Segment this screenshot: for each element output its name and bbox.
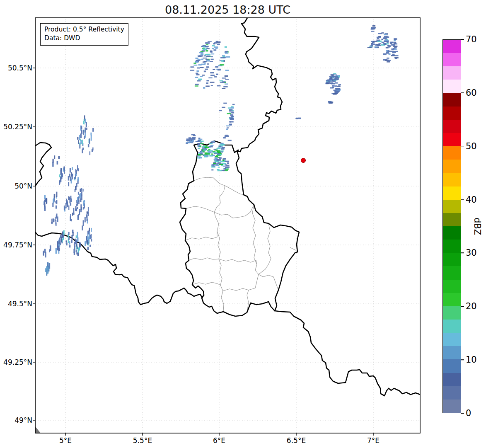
y-tick-label-5: 49.25°N — [3, 358, 32, 366]
colorbar-segment — [443, 346, 461, 359]
echo-patch-right-upper-a — [325, 73, 340, 84]
colorbar-segment — [443, 293, 461, 306]
colorbar-tick-mark — [461, 253, 464, 254]
axes-frame — [35, 18, 420, 433]
echo-patch-west-streak-1 — [77, 115, 94, 155]
echo-patch-top-right-a — [371, 25, 376, 32]
x-tick-label-2: 6°E — [213, 436, 225, 445]
colorbar-segment — [443, 40, 461, 53]
colorbar-tick-label-60: 60 — [466, 87, 477, 97]
colorbar-segment — [443, 160, 461, 173]
echo-patch-lux-north-green — [197, 140, 225, 159]
radar-echoes — [43, 25, 399, 276]
colorbar — [442, 39, 461, 413]
colorbar-segment — [443, 240, 461, 253]
colorbar-tick-mark — [461, 92, 464, 93]
colorbar-segment — [443, 200, 461, 213]
echo-patch-west-dash — [51, 213, 58, 226]
echo-patch-west-blob — [44, 192, 57, 211]
colorbar-segment — [443, 80, 461, 93]
colorbar-segment — [443, 280, 461, 293]
colorbar-tick-mark — [461, 146, 464, 147]
colorbar-segment — [443, 133, 461, 146]
echo-patch-west-thin — [52, 155, 60, 167]
colorbar-segment — [443, 253, 461, 266]
echo-patch-sw-tiny — [43, 245, 51, 257]
colorbar-tick-label-30: 30 — [466, 248, 477, 258]
colorbar-tick-label-70: 70 — [466, 34, 477, 44]
echo-patch-top-right-d — [383, 48, 399, 59]
colorbar-segment — [443, 173, 461, 186]
colorbar-segment — [443, 359, 461, 373]
colorbar-segment — [443, 107, 461, 120]
echo-patch-west-mid-1 — [59, 165, 79, 192]
colorbar-segment — [443, 266, 461, 279]
colorbar-segment — [443, 386, 461, 400]
colorbar-tick-label-10: 10 — [466, 355, 477, 365]
y-tick-label-2: 50°N — [15, 182, 32, 190]
page-title: 08.11.2025 18:28 UTC — [35, 3, 420, 16]
echo-patch-border-cluster — [56, 228, 92, 256]
colorbar-segment — [443, 146, 461, 160]
x-tick-label-0: 5°E — [59, 436, 72, 445]
colorbar-segment — [443, 93, 461, 107]
echo-patch-tiny-east — [295, 118, 301, 119]
y-tick-label-0: 50.5°N — [8, 64, 32, 72]
x-tick-label-3: 6.5°E — [287, 436, 306, 445]
x-tick-label-4: 7°E — [367, 436, 380, 445]
colorbar-segment — [443, 66, 461, 80]
echo-patch-lux-north-green2 — [211, 157, 230, 171]
colorbar-tick-label-40: 40 — [466, 194, 477, 204]
map-canvas — [0, 0, 498, 448]
colorbar-tick-mark — [461, 39, 464, 40]
colorbar-unit-label: dBZ — [472, 218, 482, 235]
colorbar-segment — [443, 306, 461, 320]
y-tick-label-3: 49.75°N — [3, 241, 32, 249]
colorbar-tick-mark — [461, 413, 464, 414]
echo-patch-west-diag — [70, 204, 89, 230]
colorbar-segment — [443, 186, 461, 200]
radar-site-marker — [301, 158, 306, 163]
x-tick-label-1: 5.5°E — [133, 436, 152, 445]
y-tick-label-4: 49.5°N — [8, 300, 32, 308]
colorbar-segment — [443, 373, 461, 386]
echo-patch-top-right-c — [383, 38, 397, 49]
echo-patch-north-specks — [223, 135, 232, 141]
colorbar-tick-mark — [461, 199, 464, 200]
echo-patch-north-large — [190, 41, 230, 89]
colorbar-segment — [443, 320, 461, 333]
colorbar-segment — [443, 120, 461, 133]
echo-patch-top-right-e — [383, 58, 391, 63]
echo-patch-sw-diag-streak — [45, 262, 50, 276]
colorbar-tick-label-50: 50 — [466, 141, 477, 151]
country-borders — [35, 18, 420, 396]
colorbar-segment — [443, 53, 461, 66]
product-info-box: Product: 0.5° Reflectivity Data: DWD — [40, 23, 128, 46]
colorbar-segment — [443, 333, 461, 346]
echo-patch-right-upper-b — [330, 84, 341, 95]
colorbar-segment — [443, 400, 461, 413]
scan-domain-corner-wedge — [35, 426, 41, 433]
graticule-gridlines — [35, 18, 420, 433]
colorbar-segment — [443, 213, 461, 226]
y-tick-label-6: 49°N — [15, 416, 32, 424]
product-info-line1: Product: 0.5° Reflectivity — [44, 25, 124, 34]
echo-patch-right-upper-dash — [328, 101, 333, 104]
colorbar-tick-label-20: 20 — [466, 301, 477, 311]
colorbar-tick-label-0: 0 — [466, 408, 471, 418]
weather-radar-figure: 08.11.2025 18:28 UTC Product: 0.5° Refle… — [0, 0, 498, 448]
colorbar-segment — [443, 226, 461, 240]
colorbar-tick-mark — [461, 306, 464, 307]
colorbar-tick-mark — [461, 359, 464, 360]
product-info-line2: Data: DWD — [44, 34, 124, 43]
y-tick-label-1: 50.25°N — [3, 123, 32, 131]
